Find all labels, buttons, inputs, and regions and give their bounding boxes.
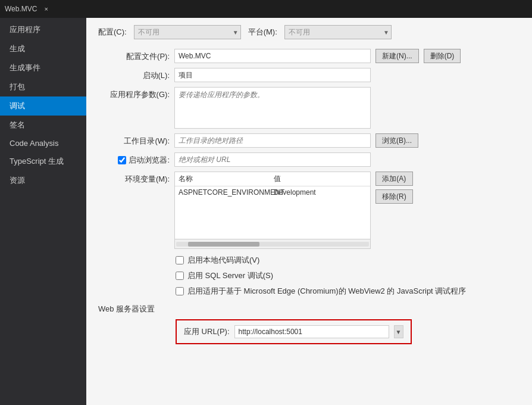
title-bar-title: Web.MVC — [5, 5, 37, 13]
config-row: 配置(C): 不可用 ▼ 平台(M): 不可用 ▼ — [98, 25, 520, 39]
profile-dropdown-wrapper: Web.MVC — [174, 49, 371, 63]
app-url-label: 应用 URL(P): — [184, 326, 230, 337]
sql-debug-label: 启用 SQL Server 调试(S) — [187, 270, 273, 281]
config-label: 配置(C): — [98, 27, 127, 38]
args-label: 应用程序参数(G): — [98, 87, 170, 100]
title-bar: Web.MVC × — [0, 0, 532, 18]
sidebar: 应用程序 生成 生成事件 打包 调试 签名 Code Analysis Type… — [0, 18, 86, 405]
browse-button[interactable]: 浏览(B)... — [375, 133, 418, 148]
url-section: 应用 URL(P): ▼ — [176, 319, 412, 344]
main-layout: 应用程序 生成 生成事件 打包 调试 签名 Code Analysis Type… — [0, 18, 532, 405]
sidebar-item-build-events[interactable]: 生成事件 — [0, 58, 86, 77]
native-debug-row: 启用本地代码调试(V) — [176, 255, 520, 266]
edge-debug-row: 启用适用于基于 Microsoft Edge (Chromium)的 WebVi… — [176, 286, 520, 297]
content-area: 配置(C): 不可用 ▼ 平台(M): 不可用 ▼ 配置文件(P): — [86, 18, 532, 405]
platform-label: 平台(M): — [248, 27, 277, 38]
profile-row: 配置文件(P): Web.MVC 新建(N)... 删除(D) — [98, 49, 520, 63]
launch-row: 启动(L): 项目 — [98, 68, 520, 82]
env-cell-value: Development — [274, 188, 367, 197]
launch-content: 项目 — [174, 68, 520, 82]
launch-dropdown-wrapper: 项目 — [174, 68, 371, 82]
config-dropdown[interactable]: 不可用 — [134, 25, 241, 39]
launch-browser-content — [174, 152, 520, 167]
launch-browser-input[interactable] — [174, 152, 371, 167]
remove-button[interactable]: 移除(R) — [375, 189, 413, 204]
web-server-section: Web 服务器设置 应用 URL(P): ▼ — [98, 304, 520, 344]
platform-dropdown-wrapper: 不可用 ▼ — [284, 25, 392, 39]
sidebar-item-build[interactable]: 生成 — [0, 39, 86, 58]
workdir-content: 浏览(B)... — [174, 133, 520, 148]
sidebar-item-package[interactable]: 打包 — [0, 77, 86, 96]
sidebar-item-resources[interactable]: 资源 — [0, 171, 86, 190]
env-vars-label: 环境变量(M): — [98, 172, 170, 185]
sql-debug-checkbox[interactable] — [176, 272, 184, 280]
workdir-label: 工作目录(W): — [98, 133, 170, 147]
launch-label: 启动(L): — [98, 68, 170, 81]
edge-debug-label: 启用适用于基于 Microsoft Edge (Chromium)的 WebVi… — [187, 286, 466, 297]
env-scrollbar[interactable] — [175, 239, 370, 248]
workdir-row: 工作目录(W): 浏览(B)... — [98, 133, 520, 148]
profile-content: Web.MVC 新建(N)... 删除(D) — [174, 49, 520, 63]
app-url-input[interactable] — [234, 325, 389, 338]
env-table-body: ASPNETCORE_ENVIRONMENT Development — [175, 186, 370, 239]
args-row: 应用程序参数(G): — [98, 87, 520, 129]
profile-select[interactable]: Web.MVC — [174, 49, 371, 63]
sidebar-item-app[interactable]: 应用程序 — [0, 20, 86, 39]
sidebar-item-typescript[interactable]: TypeScript 生成 — [0, 152, 86, 171]
add-button[interactable]: 添加(A) — [375, 172, 413, 186]
env-table-header: 名称 值 — [175, 172, 370, 186]
env-table: 名称 值 ASPNETCORE_ENVIRONMENT Development — [174, 172, 371, 249]
checkboxes-section: 启用本地代码调试(V) 启用 SQL Server 调试(S) 启用适用于基于 … — [176, 255, 520, 297]
title-bar-close[interactable]: × — [44, 5, 48, 13]
config-dropdown-wrapper: 不可用 ▼ — [134, 25, 241, 39]
workdir-input[interactable] — [174, 133, 371, 148]
platform-dropdown[interactable]: 不可用 — [284, 25, 392, 39]
native-debug-label: 启用本地代码调试(V) — [187, 255, 259, 266]
sql-debug-row: 启用 SQL Server 调试(S) — [176, 270, 520, 281]
launch-select[interactable]: 项目 — [174, 68, 371, 82]
env-scrollbar-thumb — [188, 242, 259, 247]
native-debug-checkbox[interactable] — [176, 256, 184, 264]
launch-browser-label: 启动浏览器: — [98, 152, 170, 166]
launch-browser-row: 启动浏览器: — [98, 152, 520, 167]
sidebar-item-debug[interactable]: 调试 — [0, 96, 86, 116]
env-scrollbar-track — [176, 242, 369, 247]
delete-button[interactable]: 删除(D) — [424, 49, 461, 63]
sidebar-item-code-analysis[interactable]: Code Analysis — [0, 135, 86, 152]
env-col-name-header: 名称 — [179, 174, 274, 184]
edge-debug-checkbox[interactable] — [176, 287, 184, 295]
env-cell-name: ASPNETCORE_ENVIRONMENT — [179, 188, 274, 197]
table-row[interactable]: ASPNETCORE_ENVIRONMENT Development — [175, 186, 370, 198]
launch-browser-checkbox[interactable] — [118, 156, 126, 164]
web-server-label: Web 服务器设置 — [98, 304, 520, 314]
url-dropdown-arrow[interactable]: ▼ — [394, 325, 403, 338]
profile-label: 配置文件(P): — [98, 49, 170, 62]
env-buttons: 添加(A) 移除(R) — [375, 172, 413, 204]
args-content — [174, 87, 520, 129]
sidebar-item-signing[interactable]: 签名 — [0, 116, 86, 135]
env-col-value-header: 值 — [274, 174, 367, 184]
env-vars-row: 环境变量(M): 名称 值 ASPNETCORE_ENVIRONMENT Dev… — [98, 172, 520, 249]
new-button[interactable]: 新建(N)... — [375, 49, 419, 63]
env-vars-content: 名称 值 ASPNETCORE_ENVIRONMENT Development — [174, 172, 520, 249]
args-textarea[interactable] — [174, 87, 371, 129]
